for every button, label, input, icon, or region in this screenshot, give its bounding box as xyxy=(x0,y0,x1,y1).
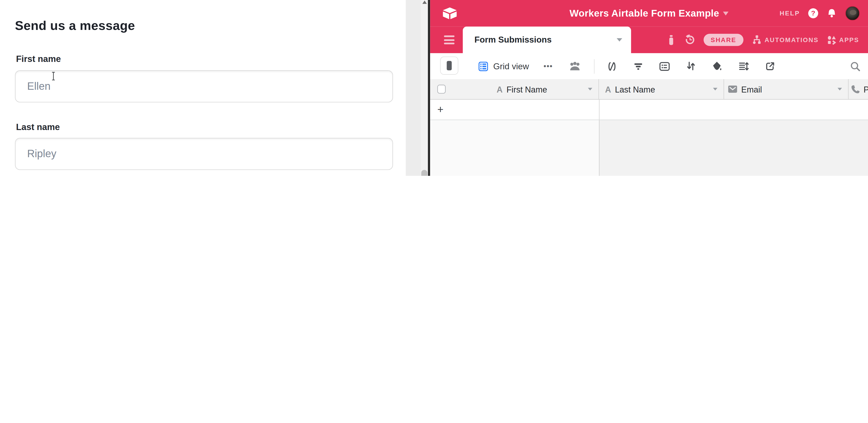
sort-icon[interactable] xyxy=(686,61,696,71)
row-height-icon[interactable] xyxy=(738,61,749,71)
page-title: Send us a message xyxy=(15,18,135,33)
grid-empty-area-right xyxy=(599,120,868,176)
contact-form-page: Send us a message First name Last name E… xyxy=(0,0,406,176)
automations-button[interactable]: AUTOMATIONS xyxy=(752,35,819,45)
last-name-input[interactable] xyxy=(15,138,393,170)
grid-empty-area xyxy=(430,120,868,176)
scrollbar-up-arrow-icon[interactable] xyxy=(422,0,426,4)
help-question-icon[interactable]: ? xyxy=(808,8,818,18)
airtable-tab-row: Form Submissions SHARE xyxy=(430,27,868,53)
grid-column-headers: A First Name A Last Name Email xyxy=(430,79,868,100)
column-divider xyxy=(599,100,599,120)
column-header-phone[interactable]: Phone xyxy=(849,79,868,99)
column-caret-icon[interactable] xyxy=(713,88,717,91)
grid-view-switcher[interactable]: Grid view xyxy=(478,53,529,79)
base-title-caret-icon[interactable] xyxy=(723,11,728,15)
share-label: SHARE xyxy=(711,37,736,43)
column-caret-icon[interactable] xyxy=(838,88,842,91)
view-sidebar-toggle-button[interactable] xyxy=(440,56,458,74)
help-button[interactable]: HELP xyxy=(780,10,800,17)
page-scrollbar-thumb[interactable] xyxy=(421,170,427,176)
text-field-type-icon: A xyxy=(605,85,611,94)
screenshot-root: Send us a message First name Last name E… xyxy=(0,0,868,176)
text-field-type-icon: A xyxy=(497,85,502,94)
phone-field-type-icon xyxy=(851,85,860,94)
search-button[interactable] xyxy=(850,53,861,79)
airtable-window: Workers Airtable Form Example HELP ? For… xyxy=(430,0,868,176)
column-header-first-name[interactable]: A First Name xyxy=(430,79,599,99)
sidebar-panel-icon xyxy=(447,61,452,70)
view-name: Grid view xyxy=(493,61,529,71)
first-name-label: First name xyxy=(16,54,61,64)
column-caret-icon[interactable] xyxy=(588,88,592,91)
search-icon xyxy=(850,61,861,71)
notifications-bell-icon[interactable] xyxy=(826,8,837,19)
automations-icon xyxy=(752,35,762,45)
share-button[interactable]: SHARE xyxy=(704,34,744,46)
filter-icon[interactable] xyxy=(633,61,643,71)
select-all-checkbox[interactable] xyxy=(437,85,445,94)
window-split-border xyxy=(428,0,430,176)
email-field-type-icon xyxy=(728,85,737,93)
fill-color-icon[interactable] xyxy=(712,61,722,71)
view-toolbar: Grid view ••• xyxy=(430,53,868,79)
view-options-dots-icon[interactable]: ••• xyxy=(544,62,553,70)
first-name-input[interactable] xyxy=(15,70,393,103)
apps-button[interactable]: APPS xyxy=(827,35,859,44)
add-row[interactable]: + xyxy=(430,100,868,120)
base-title[interactable]: Workers Airtable Form Example xyxy=(569,7,719,19)
trash-icon[interactable] xyxy=(666,34,676,45)
user-avatar[interactable] xyxy=(845,6,860,21)
history-icon[interactable] xyxy=(684,34,695,46)
collaborators-icon[interactable] xyxy=(569,61,581,71)
sidebar-menu-icon[interactable] xyxy=(444,35,455,46)
add-row-plus-icon[interactable]: + xyxy=(437,103,443,116)
group-icon[interactable] xyxy=(659,61,670,71)
column-header-email[interactable]: Email xyxy=(724,79,849,99)
column-header-last-name[interactable]: A Last Name xyxy=(599,79,724,99)
page-scrollbar[interactable] xyxy=(421,0,428,176)
apps-icon xyxy=(827,35,836,44)
table-caret-icon[interactable] xyxy=(617,38,622,41)
page-right-gutter xyxy=(406,0,421,176)
share-view-icon[interactable] xyxy=(765,61,775,71)
hide-fields-icon[interactable] xyxy=(607,61,617,71)
grid-view-icon xyxy=(478,61,488,71)
tab-form-submissions[interactable]: Form Submissions xyxy=(463,27,631,53)
text-cursor-icon xyxy=(50,71,57,81)
active-table-name: Form Submissions xyxy=(474,35,617,45)
airtable-topbar: Workers Airtable Form Example HELP ? xyxy=(430,0,868,27)
last-name-label: Last name xyxy=(16,122,60,132)
